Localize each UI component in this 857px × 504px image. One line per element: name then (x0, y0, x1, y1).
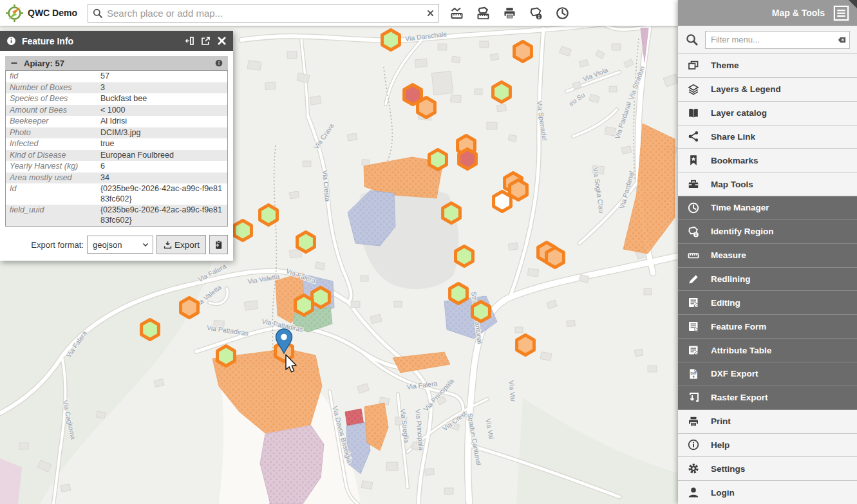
menu-toggle-button[interactable] (833, 5, 849, 21)
search-icon (92, 8, 103, 19)
sidebar-item-feature-form[interactable]: Feature Form (678, 315, 857, 339)
attribute-table-icon (687, 344, 700, 357)
apiary-marker[interactable] (494, 192, 511, 212)
sidebar-item-editing[interactable]: Editing (678, 291, 857, 315)
filter-search-icon (685, 33, 699, 46)
attribute-value: DCIM/3.jpg (97, 127, 228, 139)
sidebar-item-login[interactable]: Login (678, 481, 857, 504)
export-row: Export format: geojson Export (5, 235, 228, 254)
apiary-marker[interactable] (142, 320, 159, 340)
sidebar-item-redlining[interactable]: Redlining (678, 268, 857, 292)
sidebar-item-label: Time Manager (711, 203, 769, 212)
sidebar-item-settings[interactable]: Settings (678, 457, 857, 481)
attribute-label: Id (6, 183, 97, 205)
help-icon (687, 438, 700, 451)
export-button[interactable]: Export (156, 235, 206, 254)
search-clear-icon[interactable] (426, 9, 435, 17)
sidebar-item-measure[interactable]: Measure (678, 244, 857, 268)
apiary-marker[interactable] (456, 247, 473, 266)
sidebar-item-layers-legend[interactable]: Layers & Legend (678, 78, 857, 102)
clipboard-icon (213, 239, 224, 250)
sidebar-item-label: Measure (711, 250, 746, 260)
sidebar-item-label: Feature Form (711, 322, 766, 331)
export-format-label: Export format: (31, 240, 84, 250)
sidebar-item-raster-export[interactable]: Raster Export (678, 386, 857, 410)
sidebar-item-bookmarks[interactable]: Bookmarks (678, 149, 857, 173)
sidebar-item-label: Identify Region (711, 227, 774, 236)
apiary-marker[interactable] (218, 346, 235, 366)
attribute-label: Amount of Bees (6, 105, 97, 117)
feature-attribute-row: PhotoDCIM/3.jpg (6, 127, 228, 139)
attribute-label: Kind of Disease (6, 150, 97, 162)
gear-icon (687, 462, 700, 475)
apiary-marker[interactable] (296, 295, 313, 315)
maximize-icon[interactable] (200, 35, 211, 46)
identify-icon (687, 225, 700, 238)
sidebar-item-label: Bookmarks (711, 156, 758, 165)
apiary-marker[interactable] (459, 149, 476, 169)
apiary-marker[interactable] (260, 205, 278, 225)
sidebar-item-dxf-export[interactable]: DXFDXF Export (678, 362, 857, 386)
feature-attribute-row: BeekeeperAl Idrisi (6, 116, 228, 127)
feature-attribute-row: fid57 (6, 71, 228, 82)
sidebar-item-theme[interactable]: Theme (678, 54, 857, 78)
export-format-select[interactable]: geojson (87, 236, 153, 254)
attribute-value: {0235be9c-2026-42ac-a99c-f9e8183fc602} (97, 205, 228, 227)
sidebar-item-label: Login (711, 488, 735, 498)
measure-line-icon[interactable] (448, 5, 465, 21)
identify-region-icon[interactable] (527, 5, 544, 21)
user-icon (687, 486, 700, 499)
attribute-value: European Foulbreed (97, 150, 228, 162)
download-icon (163, 240, 173, 250)
attribute-value: 34 (97, 173, 228, 184)
apiary-marker[interactable] (547, 248, 564, 268)
feature-section-title: Apiary: 57 (24, 59, 64, 68)
menu-filter-input[interactable] (705, 31, 850, 49)
apiary-marker[interactable] (517, 335, 534, 355)
copy-to-clipboard-button[interactable] (209, 235, 228, 254)
sidebar-item-label: Map Tools (711, 180, 753, 189)
sidebar: Map & Tools ThemeLayers & LegendLayer ca… (678, 0, 857, 504)
apiary-marker[interactable] (443, 203, 460, 223)
qwc-logo-icon (6, 5, 23, 22)
apiary-marker[interactable] (429, 150, 447, 170)
pencil-icon (687, 273, 700, 286)
filter-clear-icon[interactable] (837, 35, 847, 44)
time-manager-icon[interactable] (554, 5, 570, 21)
sidebar-item-identify-region[interactable]: Identify Region (678, 220, 857, 244)
sidebar-item-label: Theme (711, 61, 739, 70)
apiary-marker[interactable] (181, 298, 198, 318)
apiary-marker[interactable] (382, 30, 400, 50)
attribute-value: {0235be9c-2026-42ac-a99c-f9e8183fc602} (97, 183, 228, 205)
sidebar-item-label: Editing (711, 298, 740, 308)
apiary-marker[interactable] (473, 302, 490, 322)
feature-attribute-row: Number of Boxes3 (6, 82, 228, 94)
dock-icon[interactable] (184, 35, 195, 46)
search-input[interactable] (106, 7, 422, 19)
close-icon[interactable] (216, 35, 227, 46)
apiary-marker[interactable] (312, 288, 330, 308)
apiary-marker[interactable] (297, 232, 315, 252)
apiary-marker[interactable] (234, 221, 252, 241)
toolbar-shortcuts (448, 5, 570, 21)
sidebar-item-print[interactable]: Print (678, 410, 857, 434)
sidebar-item-time-manager[interactable]: Time Manager (678, 196, 857, 220)
clock-icon (687, 201, 700, 214)
apiary-marker[interactable] (418, 98, 435, 118)
sidebar-item-label: Settings (711, 464, 745, 474)
sidebar-item-share-link[interactable]: Share Link (678, 126, 857, 149)
apiary-marker[interactable] (514, 42, 532, 62)
sidebar-item-help[interactable]: Help (678, 434, 857, 458)
apiary-marker[interactable] (493, 82, 511, 102)
sidebar-item-layer-catalog[interactable]: Layer catalog (678, 102, 857, 126)
sidebar-item-map-tools[interactable]: Map Tools (678, 173, 857, 196)
attribute-value: 57 (97, 71, 228, 82)
attribute-value: true (97, 138, 228, 150)
attribute-label: field_uuid (6, 205, 97, 227)
feature-section-header[interactable]: Apiary: 57 (5, 56, 228, 70)
measure-area-icon[interactable] (475, 5, 491, 21)
sidebar-item-attribute-table[interactable]: Attribute Table (678, 339, 857, 362)
feature-attribute-row: Amount of Bees< 1000 (6, 105, 228, 117)
print-icon[interactable] (501, 5, 518, 21)
apiary-marker[interactable] (450, 284, 467, 304)
